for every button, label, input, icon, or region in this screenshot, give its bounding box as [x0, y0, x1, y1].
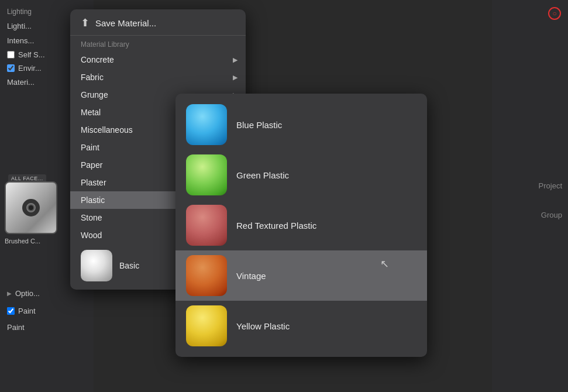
menu-item-label: Stone — [81, 213, 102, 222]
menu-item-label: Concrete — [81, 55, 114, 64]
environment-checkbox[interactable] — [7, 64, 15, 72]
menu-item-concrete[interactable]: Concrete ▶ — [70, 51, 246, 68]
material-swatch — [186, 154, 227, 195]
submenu-item-yellow-plastic[interactable]: Yellow Plastic — [175, 301, 427, 351]
material-thumb-label: Brushed C... — [5, 238, 69, 245]
submenu-item-label: Yellow Plastic — [236, 321, 290, 331]
material-thumbnail[interactable] — [5, 181, 57, 234]
paint-row-1[interactable]: Paint — [0, 304, 91, 318]
material-swatch — [186, 255, 227, 296]
paint-row-2: Paint — [0, 321, 91, 334]
project-label: Project — [539, 181, 562, 190]
paint-label-1: Paint — [18, 307, 36, 315]
paint-checkbox-1[interactable] — [7, 307, 15, 315]
submenu-item-label: Red Textured Plastic — [236, 221, 316, 231]
self-shadow-label: Self S... — [18, 50, 45, 59]
menu-item-label: Plastic — [81, 195, 105, 205]
submenu-item-blue-plastic[interactable]: Blue Plastic — [175, 99, 427, 150]
submenu-item-label: Blue Plastic — [236, 120, 282, 130]
menu-item-label: Metal — [81, 108, 101, 117]
save-icon: ⬆ — [81, 16, 89, 29]
material-swatch — [186, 205, 227, 246]
right-panel-bg — [492, 0, 568, 392]
submenu-item-label: Vintage — [236, 271, 266, 281]
basic-label: Basic — [119, 261, 139, 270]
submenu-arrow-icon: ▶ — [233, 56, 237, 64]
material-swatch — [186, 305, 227, 346]
right-panel: ○ — [492, 0, 568, 27]
menu-item-label: Fabric — [81, 73, 104, 82]
paint-label-2: Paint — [7, 323, 25, 332]
record-icon[interactable]: ○ — [548, 7, 561, 20]
submenu-item-green-plastic[interactable]: Green Plastic — [175, 150, 427, 200]
submenu-arrow-icon: ▶ — [233, 74, 237, 81]
material-library-header: Material Library — [70, 36, 246, 51]
menu-item-label: Paint — [81, 143, 99, 152]
submenu-item-vintage[interactable]: Vintage — [175, 250, 427, 301]
options-label: Optio... — [15, 289, 40, 298]
menu-item-fabric[interactable]: Fabric ▶ — [70, 68, 246, 86]
basic-swatch — [81, 250, 112, 281]
self-shadow-checkbox[interactable] — [7, 51, 15, 59]
save-material-label: Save Material... — [95, 18, 156, 28]
menu-item-label: Miscellaneous — [81, 125, 133, 135]
top-icons-row: ○ — [492, 5, 568, 22]
save-material-item[interactable]: ⬆ Save Material... — [70, 9, 246, 36]
group-label: Group — [541, 211, 562, 219]
menu-item-label: Grunge — [81, 90, 108, 99]
material-swatch — [186, 104, 227, 145]
submenu-item-red-textured-plastic[interactable]: Red Textured Plastic — [175, 200, 427, 250]
plastic-submenu: Blue Plastic Green Plastic Red Textured … — [175, 94, 427, 357]
menu-item-label: Wood — [81, 231, 102, 240]
options-triangle-icon: ▶ — [7, 290, 12, 297]
submenu-item-label: Green Plastic — [236, 170, 289, 180]
menu-item-label: Paper — [81, 160, 102, 170]
environment-label: Envir... — [18, 64, 42, 73]
menu-item-label: Plaster — [81, 178, 106, 187]
